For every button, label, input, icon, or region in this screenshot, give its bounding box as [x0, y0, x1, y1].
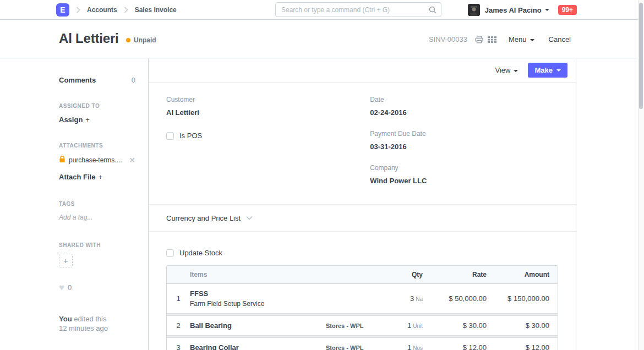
item-uom: Na	[416, 296, 423, 302]
item-rate: $ 50,000.00	[423, 294, 487, 303]
comments-link[interactable]: Comments	[59, 76, 96, 84]
row-index: 1	[167, 294, 190, 303]
assign-button[interactable]: Assign+	[59, 116, 135, 124]
print-icon[interactable]	[475, 36, 483, 43]
share-add-button[interactable]: +	[59, 254, 73, 267]
item-amount: $ 30.00	[487, 321, 558, 330]
item-rate: $ 12.00	[423, 343, 487, 350]
currency-section-toggle[interactable]: Currency and Price List	[149, 204, 576, 232]
status-badge: Unpaid	[126, 36, 156, 44]
item-qty: 1Unit	[373, 321, 423, 330]
table-row[interactable]: 3 Bearing Collar Stores - WPL 1Nos $ 12.…	[167, 338, 558, 350]
doc-id: SINV-00033	[429, 35, 467, 43]
menu-button[interactable]: Menu	[509, 35, 534, 43]
table-row[interactable]: 2 Ball Bearing Stores - WPL 1Unit $ 30.0…	[167, 316, 558, 335]
view-button[interactable]: View	[495, 66, 519, 74]
is-pos-checkbox[interactable]	[166, 132, 174, 140]
table-row[interactable]: 1 FFSS Farm Field Setup Service 3Na $ 50…	[167, 284, 558, 313]
item-warehouse: Stores - WPL	[326, 344, 373, 350]
breadcrumb-item-accounts[interactable]: Accounts	[87, 6, 117, 14]
right-gutter	[576, 58, 644, 350]
breadcrumb: E Accounts Sales Invoice	[56, 0, 177, 20]
attachment-name[interactable]: purchase-terms....	[69, 156, 125, 164]
like-icon[interactable]: ♥	[59, 283, 64, 292]
item-amount: $ 12.00	[487, 343, 558, 350]
row-index: 2	[167, 321, 190, 330]
lock-icon	[59, 155, 66, 165]
grid-report-icon[interactable]	[488, 36, 496, 43]
erpnext-logo[interactable]: E	[56, 3, 69, 17]
item-uom: Unit	[413, 323, 423, 329]
caret-down-icon	[545, 9, 549, 11]
caret-down-icon	[514, 70, 518, 72]
chevron-down-icon	[246, 216, 253, 220]
is-pos-label: Is POS	[179, 132, 202, 140]
status-indicator-dot	[126, 38, 130, 42]
attachment-item[interactable]: purchase-terms.... ✕	[59, 155, 135, 165]
row-index: 3	[167, 343, 190, 350]
plus-icon: +	[85, 116, 90, 124]
header-amount: Amount	[487, 271, 558, 278]
update-stock-checkbox[interactable]	[166, 249, 174, 257]
attachment-close-icon[interactable]: ✕	[129, 156, 135, 164]
page-title: Al Lettieri	[59, 31, 118, 46]
header-rate: Rate	[423, 271, 487, 278]
item-code: Bearing Collar	[190, 343, 321, 350]
chevron-right-icon	[76, 7, 80, 13]
items-table: Items Qty Rate Amount 1 FFSS Farm Field …	[166, 265, 558, 350]
scrollbar-thumb[interactable]	[639, 3, 643, 109]
date-value[interactable]: 02-24-2016	[370, 108, 558, 117]
item-qty: 1Nos	[373, 343, 423, 350]
item-code: FFSS	[190, 289, 321, 298]
header-items: Items	[190, 271, 326, 278]
page-head: Al Lettieri Unpaid SINV-00033 Menu	[0, 20, 644, 58]
attach-file-button[interactable]: Attach File+	[59, 173, 135, 181]
customer-value[interactable]: Al Lettieri	[166, 108, 370, 117]
item-uom: Nos	[413, 345, 423, 350]
update-stock-label: Update Stock	[179, 249, 222, 257]
form-body: View Make Customer Al Lettieri Is POS	[149, 58, 576, 350]
user-avatar[interactable]	[468, 4, 480, 16]
like-count: 0	[68, 283, 72, 292]
plus-icon: +	[98, 173, 102, 181]
payment-due-date-value[interactable]: 03-31-2016	[370, 143, 558, 151]
assigned-to-heading: ASSIGNED TO	[59, 103, 135, 109]
item-amount: $ 150,000.00	[487, 294, 558, 303]
add-tag-input[interactable]: Add a tag...	[59, 214, 135, 221]
payment-due-date-label: Payment Due Date	[370, 130, 558, 138]
cancel-button[interactable]: Cancel	[549, 35, 571, 43]
user-menu[interactable]: James Al Pacino	[485, 6, 542, 14]
chevron-right-icon	[124, 7, 128, 13]
make-button[interactable]: Make	[528, 63, 567, 78]
date-label: Date	[370, 96, 558, 103]
company-label: Company	[370, 164, 558, 172]
tags-heading: TAGS	[59, 201, 135, 207]
caret-down-icon	[556, 69, 561, 72]
item-rate: $ 30.00	[423, 321, 487, 330]
caret-down-icon	[530, 39, 534, 41]
notification-badge[interactable]: 99+	[558, 5, 577, 15]
items-table-header: Items Qty Rate Amount	[167, 266, 558, 284]
item-qty: 3Na	[373, 294, 423, 303]
search-input[interactable]	[275, 2, 441, 17]
form-sidebar: Comments 0 ASSIGNED TO Assign+ ATTACHMEN…	[0, 58, 149, 350]
customer-label: Customer	[166, 96, 370, 103]
item-code: Ball Bearing	[190, 321, 321, 330]
search-icon	[429, 6, 436, 16]
header-qty: Qty	[373, 271, 423, 278]
item-description: Farm Field Setup Service	[190, 300, 321, 308]
scrollbar[interactable]	[638, 0, 644, 350]
shared-with-heading: SHARED WITH	[59, 242, 135, 248]
item-warehouse: Stores - WPL	[326, 322, 373, 329]
erpnext-app: E Accounts Sales Invoice James Al Pacino…	[0, 0, 644, 350]
navbar: E Accounts Sales Invoice James Al Pacino…	[0, 0, 644, 20]
breadcrumb-item-sales-invoice[interactable]: Sales Invoice	[135, 6, 177, 14]
activity-item: You edited this 12 minutes ago	[59, 314, 135, 333]
attachments-heading: ATTACHMENTS	[59, 143, 135, 149]
comments-count: 0	[132, 76, 135, 84]
company-value[interactable]: Wind Power LLC	[370, 177, 558, 185]
